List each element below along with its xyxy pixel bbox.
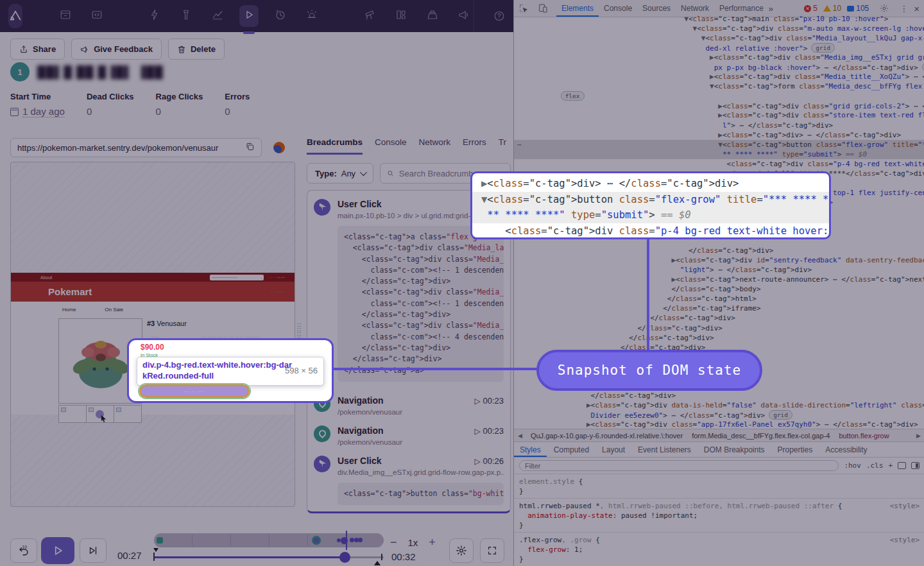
dom-tree-row[interactable]: ▶<class="c-tag">div class="Media_title__… [514,72,924,81]
devtools-close-icon[interactable]: × [914,3,920,14]
replay-viewport[interactable]: About ————————˯ ··· —— Pokemart · ····· … [10,162,295,507]
scrubber-handle[interactable] [339,552,350,563]
toggle-hover-state[interactable]: :hov [844,461,861,470]
dom-tree-row[interactable]: ▶<class="c-tag">div class="store-item te… [514,110,924,120]
inspect-element-icon[interactable] [518,3,529,13]
path-item[interactable]: button.flex-grow [834,432,893,440]
styles-filter-input[interactable] [519,460,839,471]
nav-stats-icon[interactable] [391,5,411,27]
css-rule-source[interactable]: <style> [890,501,920,511]
breadcrumb-entry[interactable]: User Click ▷ 00:26 div.Media_img__eSTxj.… [307,447,510,510]
dom-tree-row[interactable]: flex [514,91,924,101]
layout-badge[interactable]: grid [769,410,792,420]
dom-tree-row[interactable]: px p-px bg-black :hover"> ⋯ </class="c-t… [514,62,924,72]
nav-explore-icon[interactable] [176,5,196,27]
css-rule[interactable]: element.style { } [514,474,924,499]
thumbnail[interactable] [114,405,142,423]
player-settings-button[interactable] [449,538,474,563]
breadcrumb-entry[interactable]: Navigation ▷ 00:23 /pokemon/venusaur [307,387,510,417]
layout-badge[interactable]: grid [922,62,924,72]
fullscreen-button[interactable] [480,538,504,563]
styles-tab[interactable]: Styles [514,443,547,457]
nav-archive-icon[interactable] [423,5,442,27]
help-icon[interactable] [493,10,505,22]
thumbnail[interactable] [58,405,87,423]
speed-decrease-button[interactable]: − [390,536,397,549]
give-feedback-button[interactable]: Give Feedback [71,39,162,60]
dom-tree-row[interactable]: <class="c-tag">div class="p-4 bg-red tex… [514,159,924,169]
path-item[interactable]: form.Media_desc__bfFYg.flex.flex-col.gap… [687,432,834,440]
devtools-menu-icon[interactable]: ⋮ [900,4,908,13]
breadcrumb-timestamp[interactable]: ▷ 00:23 [475,396,504,406]
breadcrumbs-tab[interactable]: Errors [463,137,486,155]
dom-tree-row[interactable]: ▶<class="c-tag">div class="Media_img__eS… [514,53,924,62]
dom-tree-row[interactable]: </class="c-tag">div> [514,323,924,333]
dom-tree-row[interactable]: </class="c-tag">html> [514,294,924,304]
toggle-classes[interactable]: .cls [866,461,884,470]
dom-tree-row[interactable]: ded-xl relative :hover">grid [514,43,924,53]
computed-sidebar-icon[interactable] [911,462,920,469]
styles-tab[interactable]: Event Listeners [632,443,697,457]
dom-tree-row[interactable]: ▼<class="c-tag">main class="px-10 pb-10 … [514,14,924,24]
skip-to-end-button[interactable] [80,538,107,563]
share-button[interactable]: Share [10,39,65,60]
styles-tab[interactable]: Accessibility [819,443,873,457]
play-button[interactable] [41,537,74,564]
dom-tree-row[interactable]: ▼<class="c-tag">div class="Media_layout_… [514,33,924,43]
nav-history-icon[interactable] [271,5,290,27]
dom-tree-row[interactable]: ▶<class="c-tag">div class="app-17fx6el-P… [514,420,924,429]
console-messages-badge[interactable]: 105 [847,4,869,13]
dom-tree-row[interactable]: </class="c-tag">iframe> [514,304,924,313]
rendering-emulation-icon[interactable] [898,462,906,469]
styles-tab[interactable]: Computed [548,443,595,457]
dom-tree-row[interactable]: </class="c-tag">div> [514,333,924,343]
layout-badge[interactable]: flex [561,91,585,101]
dom-tree-row[interactable]: l"> ⋯ </class="c-tag">div> [514,121,924,130]
css-rule-source[interactable]: <style> [890,535,920,545]
path-item[interactable]: QuJ.gap-x-10.gap-y-6.rounded-xl.relative… [526,432,687,440]
highlighted-buy-button[interactable]: ··· ·· ···· [139,384,250,398]
dom-tree-row[interactable]: ▼<class="c-tag">form class="Media_desc__… [514,81,924,91]
dom-tree-row[interactable]: ** **** ****" type="submit"> == $0 [514,150,924,159]
console-warnings-badge[interactable]: 10 [823,4,841,13]
breadcrumb-entry[interactable]: Navigation ▷ 00:23 /pokemon/venusaur [307,417,510,447]
replay-url[interactable]: https://pokemon-market.sentry.dev/pokemo… [10,138,262,157]
timeline-minimap[interactable] [154,533,384,547]
nav-releases-icon[interactable] [56,5,75,27]
path-forward-icon[interactable]: ▶ [912,433,924,439]
breadcrumbs-tab[interactable]: Tr [499,137,506,155]
dom-tree-row[interactable]: ▼<class="c-tag">div class="m-auto max-w-… [514,24,924,33]
css-rule[interactable]: html.rrweb-paused *, html.rrweb-paused :… [514,499,924,533]
breadcrumb-timestamp[interactable]: ▷ 00:23 [475,426,504,436]
dom-tree-row[interactable]: Divider ee5ezew0"> ⋯ </class="c-tag">div… [514,410,924,420]
nav-discover-icon[interactable] [360,5,379,27]
scrubber-track[interactable] [154,556,384,558]
type-filter-select[interactable]: Type: Any [307,163,373,184]
rewind-10-button[interactable]: 10 [10,538,37,563]
dom-tree-row[interactable]: </class="c-tag">body> [514,284,924,294]
speed-increase-button[interactable]: + [429,536,436,549]
nav-dashboards-icon[interactable] [208,5,227,27]
nav-replays-icon[interactable] [239,5,259,27]
styles-tab[interactable]: Layout [596,443,631,457]
dom-tree-row[interactable]: </class="c-tag">div> [514,313,924,323]
timeline-cursor[interactable] [346,531,347,550]
breadcrumbs-tab[interactable]: Console [375,137,407,155]
sentry-logo[interactable] [8,4,22,28]
breadcrumbs-tab[interactable]: Breadcrumbs [307,137,363,155]
dom-tree-row[interactable]: </class="c-tag">div> [514,391,924,400]
thumbnail-clicked[interactable] [86,405,114,423]
nav-issues-icon[interactable] [145,5,164,27]
dom-tree-row[interactable]: ▶<class="c-tag">div class="grid grid-col… [514,101,924,110]
css-rule[interactable]: .flex-grow, .grow {<style> flex-grow: 1;… [514,533,924,566]
panel-resize-handle[interactable]: :: :::: :: [297,323,304,337]
copy-icon[interactable] [245,142,255,153]
layout-badge[interactable]: grid [811,43,835,53]
nav-alerts-icon[interactable] [302,5,321,27]
more-tabs-icon[interactable]: » [769,4,773,13]
dom-tree-row[interactable]: ▶<class="c-tag">next-route-announcer> ⋯ … [514,275,924,284]
dom-tree-row[interactable]: "light"> ⋯ </class="c-tag">div> [514,265,924,275]
path-back-icon[interactable]: ◀ [514,433,526,439]
styles-tab[interactable]: DOM Breakpoints [698,443,771,457]
dom-tree-row[interactable]: ⋯ ▼<class="c-tag">button class="flex-gro… [514,140,924,150]
